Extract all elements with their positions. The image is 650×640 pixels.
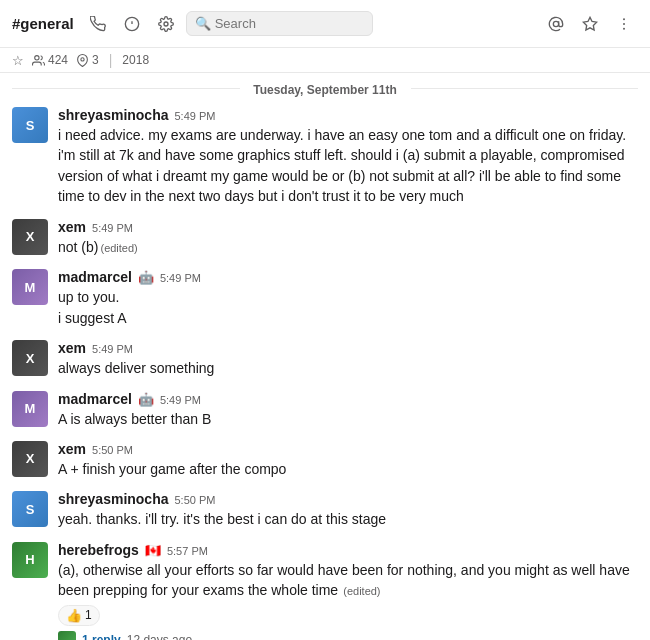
channel-header: #general 🔍 (0, 0, 650, 48)
message-body: madmarcel🤖5:49 PMup to you.i suggest A (58, 269, 638, 328)
search-icon: 🔍 (195, 16, 211, 31)
star-icon[interactable] (576, 10, 604, 38)
date-divider: Tuesday, September 11th (0, 73, 650, 103)
message-text: A + finish your game after the compo (58, 459, 638, 479)
message: Xxem5:50 PMA + finish your game after th… (12, 437, 638, 483)
thread-reply-time: 12 days ago (127, 633, 192, 640)
message-author[interactable]: shreyasminocha (58, 491, 169, 507)
avatar-letter: X (26, 451, 35, 466)
avatar: X (12, 441, 48, 477)
edited-tag: (edited) (340, 585, 380, 597)
channel-sub-header: ☆ 424 3 | 2018 (0, 48, 650, 73)
avatar: H (12, 542, 48, 578)
svg-point-3 (164, 22, 168, 26)
svg-marker-5 (583, 17, 596, 30)
message-header: shreyasminocha5:50 PM (58, 491, 638, 507)
message-author[interactable]: shreyasminocha (58, 107, 169, 123)
avatar-letter: S (26, 118, 35, 133)
avatar-letter: S (26, 502, 35, 517)
reaction[interactable]: 👍1 (58, 605, 100, 626)
phone-icon[interactable] (84, 10, 112, 38)
message-text: not (b)(edited) (58, 237, 638, 257)
avatar: M (12, 391, 48, 427)
message-author[interactable]: madmarcel (58, 391, 132, 407)
thread-reply-count: 1 reply (82, 633, 121, 640)
message-text: always deliver something (58, 358, 638, 378)
message-author[interactable]: herebefrogs (58, 542, 139, 558)
author-badge: 🤖 (138, 270, 154, 285)
more-icon[interactable] (610, 10, 638, 38)
at-icon[interactable] (542, 10, 570, 38)
message-header: herebefrogs🇨🇦5:57 PM (58, 542, 638, 558)
search-input[interactable] (215, 16, 364, 31)
divider: | (109, 52, 113, 68)
bookmark-icon: ☆ (12, 53, 24, 68)
message-text: i need advice. my exams are underway. i … (58, 125, 638, 207)
pins-stat: 3 (76, 53, 99, 67)
messages-list: Sshreyasminocha5:49 PMi need advice. my … (0, 103, 650, 640)
message-header: xem5:50 PM (58, 441, 638, 457)
message: Hherebefrogs🇨🇦5:57 PM(a), otherwise all … (12, 538, 638, 640)
settings-icon[interactable] (152, 10, 180, 38)
message-body: madmarcel🤖5:49 PMA is always better than… (58, 391, 638, 429)
message-header: xem5:49 PM (58, 340, 638, 356)
author-badge: 🇨🇦 (145, 543, 161, 558)
message-body: herebefrogs🇨🇦5:57 PM(a), otherwise all y… (58, 542, 638, 640)
message-time: 5:49 PM (175, 110, 216, 122)
header-actions (84, 10, 180, 38)
avatar: S (12, 491, 48, 527)
message-author[interactable]: madmarcel (58, 269, 132, 285)
message-body: xem5:49 PMnot (b)(edited) (58, 219, 638, 257)
message-header: shreyasminocha5:49 PM (58, 107, 638, 123)
info-icon[interactable] (118, 10, 146, 38)
message-text: up to you.i suggest A (58, 287, 638, 328)
avatar: M (12, 269, 48, 305)
message-body: xem5:50 PMA + finish your game after the… (58, 441, 638, 479)
message: Mmadmarcel🤖5:49 PMup to you.i suggest A (12, 265, 638, 332)
message-time: 5:50 PM (175, 494, 216, 506)
message-body: shreyasminocha5:49 PMi need advice. my e… (58, 107, 638, 207)
message-time: 5:50 PM (92, 444, 133, 456)
message: Sshreyasminocha5:49 PMi need advice. my … (12, 103, 638, 211)
members-stat: 424 (32, 53, 68, 67)
message-time: 5:49 PM (92, 222, 133, 234)
message-time: 5:57 PM (167, 545, 208, 557)
message: Xxem5:49 PMnot (b)(edited) (12, 215, 638, 261)
svg-point-4 (553, 21, 558, 26)
avatar: S (12, 107, 48, 143)
reaction-count: 1 (85, 608, 92, 622)
avatar-letter: M (25, 401, 36, 416)
avatar-letter: H (25, 552, 34, 567)
svg-point-10 (81, 57, 84, 60)
message-body: xem5:49 PMalways deliver something (58, 340, 638, 378)
message-time: 5:49 PM (160, 272, 201, 284)
channel-name: #general (12, 15, 74, 32)
svg-point-7 (623, 23, 625, 25)
message-text: yeah. thanks. i'll try. it's the best i … (58, 509, 638, 529)
avatar-letter: M (25, 280, 36, 295)
message: Xxem5:49 PMalways deliver something (12, 336, 638, 382)
avatar-letter: X (26, 229, 35, 244)
svg-point-6 (623, 18, 625, 20)
message: Mmadmarcel🤖5:49 PMA is always better tha… (12, 387, 638, 433)
message-author[interactable]: xem (58, 441, 86, 457)
reaction-emoji: 👍 (66, 608, 82, 623)
message-text: (a), otherwise all your efforts so far w… (58, 560, 638, 601)
avatar: X (12, 340, 48, 376)
author-badge: 🤖 (138, 392, 154, 407)
message-header: xem5:49 PM (58, 219, 638, 235)
thread-reply[interactable]: 1 reply 12 days ago (58, 631, 638, 640)
message-author[interactable]: xem (58, 340, 86, 356)
message-author[interactable]: xem (58, 219, 86, 235)
message: Sshreyasminocha5:50 PMyeah. thanks. i'll… (12, 487, 638, 533)
search-bar[interactable]: 🔍 (186, 11, 373, 36)
message-header: madmarcel🤖5:49 PM (58, 269, 638, 285)
avatar: X (12, 219, 48, 255)
message-body: shreyasminocha5:50 PMyeah. thanks. i'll … (58, 491, 638, 529)
header-right-icons (542, 10, 638, 38)
thread-avatar (58, 631, 76, 640)
avatar-letter: X (26, 351, 35, 366)
edited-tag: (edited) (100, 242, 137, 254)
message-time: 5:49 PM (92, 343, 133, 355)
message-time: 5:49 PM (160, 394, 201, 406)
